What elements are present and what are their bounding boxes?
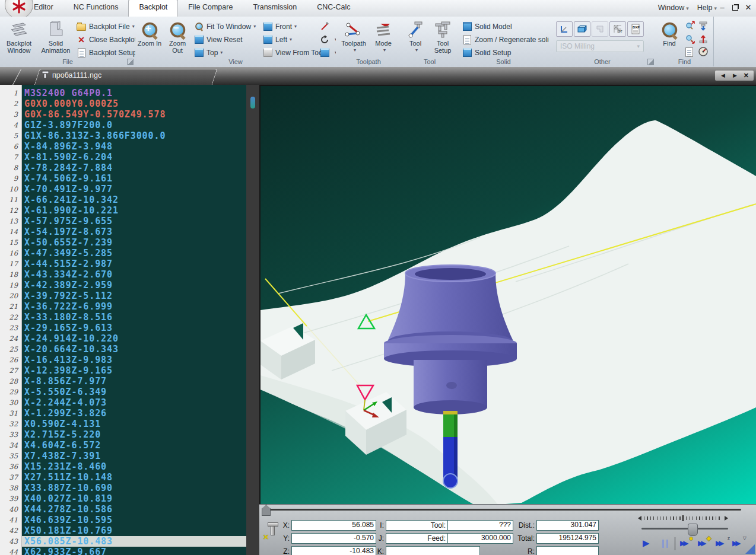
step-to-z-button[interactable]: ▶▶z — [716, 539, 731, 550]
code-text[interactable]: X2.715Z-5.220 — [24, 429, 246, 440]
solid-animation-button[interactable]: Solid Animation — [38, 18, 74, 58]
zoom-in-button[interactable]: + Zoom In — [136, 18, 163, 58]
code-text[interactable]: G0X0.000Y0.000Z5 — [24, 98, 246, 109]
code-text[interactable]: X-16.413Z-9.983 — [24, 355, 246, 365]
fit-to-window-button[interactable]: Fit To Window — [193, 20, 256, 33]
find-button[interactable]: Find — [657, 18, 682, 58]
window-menu[interactable]: Window — [658, 4, 689, 12]
backplot-window-button[interactable]: Backplot Window — [2, 18, 36, 58]
help-menu[interactable]: Help — [697, 4, 717, 12]
code-text[interactable]: X-36.722Z-6.999 — [24, 301, 246, 312]
status-field-value[interactable]: 56.085 — [291, 520, 376, 531]
code-line[interactable]: 44X62.933Z-9.667 — [0, 547, 246, 555]
code-text[interactable]: X7.438Z-7.391 — [24, 451, 246, 461]
progress-thumb[interactable] — [262, 505, 271, 516]
code-line[interactable]: 14X-54.197Z-8.673 — [0, 227, 246, 237]
code-line[interactable]: 15X-50.655Z-7.239 — [0, 237, 246, 248]
code-text[interactable]: X-54.197Z-8.673 — [24, 227, 246, 237]
code-text[interactable]: X4.604Z-6.572 — [24, 440, 246, 451]
file-tab-content[interactable]: проба1111.ngc — [42, 71, 101, 79]
code-text[interactable]: X-57.975Z-9.655 — [24, 216, 246, 227]
backplot-setup-button[interactable]: Backplot Setup — [76, 46, 137, 59]
code-line[interactable]: 3G0X-86.549Y-0.570Z49.578 — [0, 109, 246, 120]
backplot-file-button[interactable]: Backplot File — [76, 20, 135, 33]
code-line[interactable]: 10X-70.491Z-9.977 — [0, 184, 246, 194]
status-field-value[interactable]: 3000.000 — [447, 533, 513, 544]
code-line[interactable]: 37X27.511Z-10.148 — [0, 472, 246, 483]
code-line[interactable]: 40X44.278Z-10.586 — [0, 504, 246, 515]
code-line[interactable]: 28X-8.856Z-7.977 — [0, 376, 246, 387]
code-text[interactable]: X-50.655Z-7.239 — [24, 237, 246, 248]
code-line[interactable]: 22X-33.180Z-8.516 — [0, 312, 246, 323]
code-text[interactable]: X44.278Z-10.586 — [24, 504, 246, 515]
toolpath-mode-button[interactable]: Mode — [370, 18, 396, 58]
code-line[interactable]: 27X-12.398Z-9.165 — [0, 365, 246, 376]
status-field-value[interactable]: ??? — [447, 520, 513, 531]
stl-export-button[interactable]: STL — [609, 21, 626, 37]
code-text[interactable]: X-33.180Z-8.516 — [24, 312, 246, 323]
code-lines[interactable]: 1M3S2400 G64P0.12G0X0.000Y0.000Z53G0X-86… — [0, 88, 246, 555]
code-text[interactable]: X50.181Z-10.769 — [24, 525, 246, 536]
speed-gauge-button[interactable] — [698, 46, 709, 58]
find-previous-button[interactable] — [685, 33, 695, 45]
menu-tab-cnc-calc[interactable]: CNC-Calc — [307, 0, 360, 17]
code-text[interactable]: X33.887Z-10.690 — [24, 483, 246, 493]
code-text[interactable]: X-84.896Z-3.948 — [24, 141, 246, 152]
code-line[interactable]: 4G1Z-3.897F200.0 — [0, 120, 246, 130]
status-field-value[interactable] — [536, 546, 599, 555]
menu-tab-backplot[interactable]: Backplot — [128, 0, 178, 17]
code-line[interactable]: 43X56.085Z-10.483 — [0, 536, 246, 547]
code-line[interactable]: 38X33.887Z-10.690 — [0, 483, 246, 493]
editor-scrollbar-thumb[interactable] — [250, 97, 255, 109]
code-text[interactable]: X-39.792Z-5.112 — [24, 291, 246, 301]
speed-up-icon[interactable] — [725, 516, 728, 521]
code-line[interactable]: 18X-43.334Z-2.670 — [0, 269, 246, 280]
code-line[interactable]: 17X-44.515Z-2.987 — [0, 259, 246, 269]
solid-model-button[interactable]: Solid Model — [462, 20, 512, 33]
code-line[interactable]: 7X-81.590Z-6.204 — [0, 152, 246, 162]
measure-button[interactable] — [319, 20, 332, 33]
minimize-icon[interactable]: – — [718, 2, 726, 14]
code-line[interactable]: 16X-47.349Z-5.285 — [0, 248, 246, 259]
code-text[interactable]: X-78.284Z-7.884 — [24, 162, 246, 173]
code-line[interactable]: 35X7.438Z-7.391 — [0, 451, 246, 461]
speed-slider-track[interactable] — [641, 528, 728, 530]
tab-prev-icon[interactable]: ◄ — [720, 72, 726, 79]
tab-next-icon[interactable]: ► — [732, 72, 738, 79]
code-text[interactable]: X-42.389Z-2.959 — [24, 280, 246, 291]
code-line[interactable]: 9X-74.506Z-9.161 — [0, 173, 246, 184]
code-text[interactable]: X-1.299Z-3.826 — [24, 408, 246, 419]
code-line[interactable]: 13X-57.975Z-9.655 — [0, 216, 246, 227]
code-line[interactable]: 31X-1.299Z-3.826 — [0, 408, 246, 419]
restore-icon[interactable] — [731, 2, 739, 14]
status-field-value[interactable]: 301.047 — [536, 520, 599, 531]
code-text[interactable]: G1Z-3.897F200.0 — [24, 120, 246, 130]
code-text[interactable]: X-47.349Z-5.285 — [24, 248, 246, 259]
code-line[interactable]: 8X-78.284Z-7.884 — [0, 162, 246, 173]
code-text[interactable]: X-20.664Z-10.343 — [24, 344, 246, 355]
shading-mode-button[interactable] — [319, 46, 337, 59]
code-line[interactable]: 34X4.604Z-6.572 — [0, 440, 246, 451]
code-text[interactable]: X-29.165Z-9.613 — [24, 323, 246, 333]
close-icon[interactable]: ✕ — [744, 2, 752, 14]
code-text[interactable]: X27.511Z-10.148 — [24, 472, 246, 483]
code-text[interactable]: X-44.515Z-2.987 — [24, 259, 246, 269]
status-field-value[interactable]: 195124.975 — [536, 533, 599, 544]
status-field-value[interactable]: -10.483 — [291, 546, 376, 555]
status-field-value[interactable]: -0.570 — [291, 533, 376, 544]
menu-tab-nc-functions[interactable]: NC Functions — [63, 0, 129, 17]
speed-down-icon[interactable] — [638, 516, 641, 521]
code-text[interactable]: X0.590Z-4.131 — [24, 419, 246, 429]
code-line[interactable]: 11X-66.241Z-10.342 — [0, 194, 246, 205]
zoom-regenerate-button[interactable]: Zoom / Regenerate solid — [462, 33, 552, 46]
view-reset-button[interactable]: View Reset — [193, 33, 242, 46]
code-text[interactable]: X40.027Z-10.819 — [24, 493, 246, 504]
find-list-button[interactable] — [685, 46, 693, 58]
step-back-button[interactable] — [698, 33, 708, 45]
code-line[interactable]: 33X2.715Z-5.220 — [0, 429, 246, 440]
code-text[interactable]: X-2.244Z-4.073 — [24, 397, 246, 408]
code-line[interactable]: 21X-36.722Z-6.999 — [0, 301, 246, 312]
code-text[interactable]: X62.933Z-9.667 — [24, 547, 246, 555]
code-text[interactable]: G1X-86.313Z-3.866F3000.0 — [24, 130, 246, 141]
code-text[interactable]: X46.639Z-10.595 — [24, 515, 246, 525]
